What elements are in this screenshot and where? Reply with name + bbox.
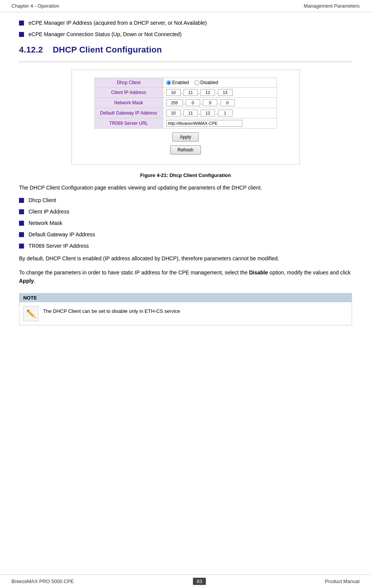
page-footer: BreezeMAX PRO 5000 CPE 83 Product Manual bbox=[0, 574, 371, 588]
figure-container: Dhcp Client Enabled Disabled bbox=[72, 70, 300, 165]
bullet-text-2: eCPE Manager Connection Status (Up, Down… bbox=[29, 31, 182, 37]
middle-bullets: Dhcp Client Client IP Address Network Ma… bbox=[19, 197, 352, 249]
bullet-label-clientip: Client IP Address bbox=[29, 209, 69, 215]
bullet-icon-gateway bbox=[19, 232, 24, 237]
bullet-label-gateway: Default Gateway IP Address bbox=[29, 231, 95, 237]
bullet-icon-netmask bbox=[19, 221, 24, 226]
url-input[interactable] bbox=[166, 120, 242, 127]
bullet-label-netmask: Network Mask bbox=[29, 220, 62, 226]
ip-inputs-client: . . . bbox=[166, 89, 274, 96]
bullet-label-dhcp: Dhcp Client bbox=[29, 197, 56, 203]
cell-gateway: . . . bbox=[163, 108, 277, 118]
main-content: eCPE Manager IP Address (acquired from a… bbox=[0, 12, 371, 352]
bullet-square-icon-2 bbox=[19, 32, 24, 37]
bullet-netmask: Network Mask bbox=[19, 220, 352, 226]
bullet-client-ip: Client IP Address bbox=[19, 209, 352, 215]
ip-octet-1[interactable] bbox=[166, 89, 181, 96]
bullet-item-1: eCPE Manager IP Address (acquired from a… bbox=[19, 20, 352, 26]
radio-enabled[interactable] bbox=[166, 80, 171, 85]
bullet-tr069: TR069 Server IP Address bbox=[19, 243, 352, 249]
radio-disabled-label[interactable]: Disabled bbox=[194, 80, 218, 85]
section-number: 4.12.2 bbox=[19, 45, 43, 54]
table-row-gateway: Default Gateway IP Address . . . bbox=[94, 108, 277, 118]
note-header: NOTE bbox=[19, 293, 352, 302]
note-box: NOTE ✏️ The DHCP Client can be set to di… bbox=[19, 293, 352, 325]
body-text-2: By default, DHCP Client is enabled (IP a… bbox=[19, 254, 352, 263]
divider bbox=[19, 62, 352, 62]
config-table: Dhcp Client Enabled Disabled bbox=[94, 78, 277, 129]
note-icon: ✏️ bbox=[23, 306, 38, 321]
ip-octet-3[interactable] bbox=[201, 89, 215, 96]
ip-octet-2[interactable] bbox=[183, 89, 198, 96]
header-left: Chapter 4 - Operation bbox=[11, 3, 59, 9]
cell-dhcp-client: Enabled Disabled bbox=[163, 78, 277, 88]
table-row-netmask: Network Mask . . . bbox=[94, 98, 277, 108]
footer-left: BreezeMAX PRO 5000 CPE bbox=[11, 578, 74, 584]
bullet-dhcp-client: Dhcp Client bbox=[19, 197, 352, 203]
label-gateway: Default Gateway IP Address bbox=[94, 108, 163, 118]
note-content: ✏️ The DHCP Client can be set to disable… bbox=[19, 302, 352, 325]
body-text-3-part3: option, modify the values and click bbox=[268, 269, 350, 276]
radio-enabled-label[interactable]: Enabled bbox=[166, 80, 189, 85]
cell-netmask: . . . bbox=[163, 98, 277, 108]
radio-disabled[interactable] bbox=[194, 80, 199, 85]
table-row-dhcp: Dhcp Client Enabled Disabled bbox=[94, 78, 277, 88]
radio-disabled-text: Disabled bbox=[201, 80, 218, 85]
apply-button[interactable]: Apply bbox=[172, 132, 198, 142]
cell-url bbox=[163, 118, 277, 129]
table-row-client-ip: Client IP Address . . . bbox=[94, 88, 277, 98]
bullet-text-1: eCPE Manager IP Address (acquired from a… bbox=[29, 20, 207, 26]
ip-octet-4[interactable] bbox=[218, 89, 232, 96]
footer-right: Product Manual bbox=[325, 578, 360, 584]
mask-octet-2[interactable] bbox=[186, 99, 200, 106]
body-text-3: To change the parameters in order to hav… bbox=[19, 268, 352, 285]
body-text-3-part1: To change the parameters in order to hav… bbox=[19, 269, 249, 276]
table-row-url: TR069 Server URL bbox=[94, 118, 277, 129]
bullet-square-icon bbox=[19, 21, 24, 25]
cell-client-ip: . . . bbox=[163, 88, 277, 98]
radio-group-dhcp: Enabled Disabled bbox=[166, 80, 274, 85]
label-dhcp-client: Dhcp Client bbox=[94, 78, 163, 88]
body-text-3-disable: Disable bbox=[249, 269, 268, 276]
gw-octet-4[interactable] bbox=[218, 110, 232, 116]
gw-octet-3[interactable] bbox=[201, 110, 215, 116]
apply-button-row: Apply bbox=[76, 132, 296, 142]
figure-caption: Figure 4-21: Dhcp Client Configuration bbox=[19, 172, 352, 178]
refresh-button-row: Refresh bbox=[76, 145, 296, 155]
bullet-gateway: Default Gateway IP Address bbox=[19, 231, 352, 237]
body-text-3-part5: . bbox=[34, 278, 35, 284]
radio-enabled-text: Enabled bbox=[172, 80, 189, 85]
top-bullets: eCPE Manager IP Address (acquired from a… bbox=[19, 20, 352, 37]
mask-octet-3[interactable] bbox=[203, 99, 217, 106]
note-text: The DHCP Client can be set to disable on… bbox=[43, 306, 180, 315]
ip-inputs-gateway: . . . bbox=[166, 110, 274, 116]
bullet-icon-clientip bbox=[19, 209, 24, 214]
footer-page-num: 83 bbox=[193, 578, 206, 585]
bullet-item-2: eCPE Manager Connection Status (Up, Down… bbox=[19, 31, 352, 37]
label-netmask: Network Mask bbox=[94, 98, 163, 108]
gw-octet-1[interactable] bbox=[166, 110, 181, 116]
bullet-icon-tr069 bbox=[19, 244, 24, 249]
section-title: DHCP Client Configuration bbox=[53, 45, 162, 54]
bullet-label-tr069: TR069 Server IP Address bbox=[29, 243, 89, 249]
bullet-icon-dhcp bbox=[19, 198, 24, 203]
mask-octet-1[interactable] bbox=[166, 99, 183, 106]
label-url: TR069 Server URL bbox=[94, 118, 163, 129]
label-client-ip: Client IP Address bbox=[94, 88, 163, 98]
refresh-button[interactable]: Refresh bbox=[170, 145, 201, 155]
body-text-1: The DHCP Client Configuration page enabl… bbox=[19, 183, 352, 192]
mask-octet-4[interactable] bbox=[220, 99, 235, 106]
page-header: Chapter 4 - Operation Management Paramet… bbox=[0, 0, 371, 12]
ip-inputs-netmask: . . . bbox=[166, 99, 274, 106]
body-text-3-apply: Apply bbox=[19, 278, 34, 284]
gw-octet-2[interactable] bbox=[183, 110, 198, 116]
header-right: Management Parameters bbox=[304, 3, 360, 9]
section-heading: 4.12.2 DHCP Client Configuration bbox=[19, 45, 352, 55]
